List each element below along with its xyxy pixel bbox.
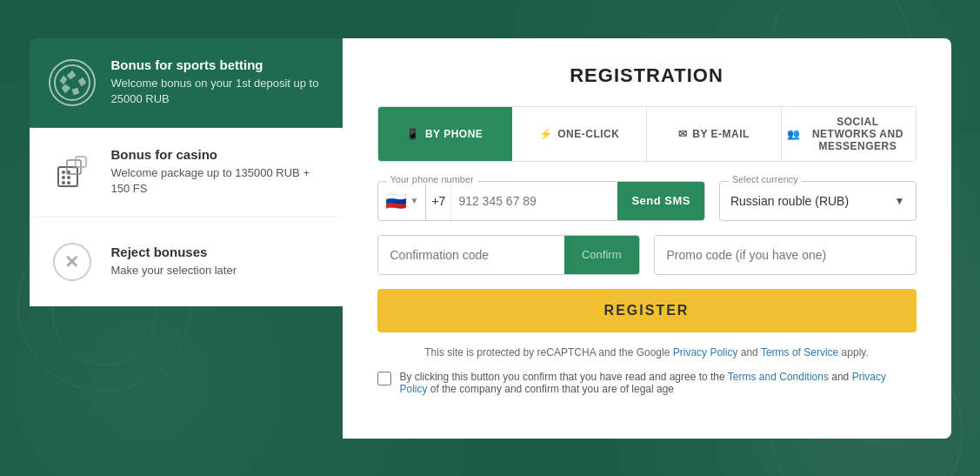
email-icon: ✉ <box>678 128 688 140</box>
registration-tabs: 📱 BY PHONE ⚡ ONE-CLICK ✉ BY E-MAIL 👥 SOC… <box>377 106 917 162</box>
phone-input[interactable] <box>451 182 617 220</box>
reject-icon: ✕ <box>47 237 97 287</box>
recaptcha-text: This site is protected by reCAPTCHA and … <box>424 346 670 359</box>
register-button[interactable]: REGISTER <box>377 289 917 332</box>
tab-oneclick-label: ONE-CLICK <box>557 128 619 140</box>
sports-icon <box>47 57 97 108</box>
svg-marker-1 <box>67 70 76 79</box>
lightning-icon: ⚡ <box>539 128 553 140</box>
confirm-button[interactable]: Confirm <box>564 236 639 274</box>
terms-of-service-link[interactable]: Terms of Service <box>761 346 838 359</box>
bonus-casino-title: Bonus for casino <box>111 147 325 162</box>
tab-email[interactable]: ✉ BY E-MAIL <box>647 107 782 161</box>
send-sms-button[interactable]: Send SMS <box>617 182 704 220</box>
x-icon: ✕ <box>53 243 91 281</box>
terms-checkbox[interactable] <box>377 372 391 385</box>
svg-point-14 <box>72 165 75 168</box>
soccer-ball-icon <box>49 59 96 106</box>
bonus-casino-text: Bonus for casino Welcome package up to 1… <box>111 147 325 197</box>
apply-text: apply. <box>842 346 869 359</box>
svg-point-12 <box>67 181 70 184</box>
terms-row: By clicking this button you confirm that… <box>377 371 917 395</box>
bonus-sports-text: Bonus for sports betting Welcome bonus o… <box>111 57 325 107</box>
phone-tab-icon: 📱 <box>406 128 420 140</box>
svg-point-8 <box>62 176 65 179</box>
terms-text: By clicking this button you confirm that… <box>400 371 917 395</box>
phone-label: Your phone number <box>387 174 477 184</box>
svg-point-7 <box>62 171 65 174</box>
tab-email-label: BY E-MAIL <box>692 128 750 140</box>
flag-selector[interactable]: 🇷🇺 ▼ <box>378 182 427 220</box>
svg-marker-4 <box>62 84 70 93</box>
tab-social-label: SOCIAL NETWORKS AND MESSENGERS <box>805 116 910 152</box>
recaptcha-notice: This site is protected by reCAPTCHA and … <box>377 346 917 359</box>
currency-label: Select currency <box>729 174 802 184</box>
confirmation-input[interactable] <box>378 236 564 274</box>
phone-prefix: +7 <box>426 182 451 220</box>
phone-group: Your phone number 🇷🇺 ▼ +7 Send SMS <box>377 181 705 221</box>
casino-icon <box>47 147 97 198</box>
chevron-down-icon: ▼ <box>410 196 419 205</box>
terms-conditions-link[interactable]: Terms and Conditions <box>728 371 829 383</box>
bonus-casino-card[interactable]: Bonus for casino Welcome package up to 1… <box>30 128 343 218</box>
tab-phone[interactable]: 📱 BY PHONE <box>378 107 513 161</box>
reject-title: Reject bonuses <box>111 245 325 259</box>
svg-marker-3 <box>72 88 79 95</box>
svg-marker-2 <box>78 77 86 86</box>
bonus-sports-desc: Welcome bonus on your 1st deposit up to … <box>111 76 325 107</box>
flag-icon: 🇷🇺 <box>385 191 407 211</box>
social-icon: 👥 <box>787 128 801 140</box>
bonus-sports-title: Bonus for sports betting <box>111 57 325 72</box>
confirmation-promo-row: Confirm <box>377 235 917 275</box>
right-panel: REGISTRATION 📱 BY PHONE ⚡ ONE-CLICK ✉ BY… <box>343 38 951 439</box>
promo-input[interactable] <box>655 236 916 274</box>
svg-marker-5 <box>60 76 67 84</box>
and2-text: and <box>831 371 851 383</box>
currency-group: Select currency Russian rouble (RUB) USD… <box>719 181 917 221</box>
reject-card[interactable]: ✕ Reject bonuses Make your selection lat… <box>30 218 343 306</box>
svg-point-16 <box>79 160 81 162</box>
tab-oneclick[interactable]: ⚡ ONE-CLICK <box>512 107 647 161</box>
privacy-policy-link[interactable]: Privacy Policy <box>673 346 738 359</box>
svg-point-9 <box>62 181 65 184</box>
bonus-casino-desc: Welcome package up to 135000 RUB + 150 F… <box>111 165 325 197</box>
tab-phone-label: BY PHONE <box>425 128 483 140</box>
confirmation-group: Confirm <box>377 235 640 275</box>
reject-desc: Make your selection later <box>111 263 325 278</box>
and-text: and <box>741 346 758 359</box>
bonus-sports-card[interactable]: Bonus for sports betting Welcome bonus o… <box>30 38 343 128</box>
page-title: REGISTRATION <box>377 64 917 87</box>
reject-text: Reject bonuses Make your selection later <box>111 245 325 278</box>
tab-social[interactable]: 👥 SOCIAL NETWORKS AND MESSENGERS <box>782 107 916 161</box>
terms-suffix: of the company and confirm that you are … <box>430 383 674 395</box>
left-panel: Bonus for sports betting Welcome bonus o… <box>30 38 343 439</box>
phone-currency-row: Your phone number 🇷🇺 ▼ +7 Send SMS Selec… <box>377 181 917 221</box>
currency-select[interactable]: Russian rouble (RUB) USD EUR <box>720 182 916 220</box>
main-container: Bonus for sports betting Welcome bonus o… <box>30 38 951 439</box>
promo-group <box>654 235 917 275</box>
svg-point-11 <box>67 176 70 179</box>
